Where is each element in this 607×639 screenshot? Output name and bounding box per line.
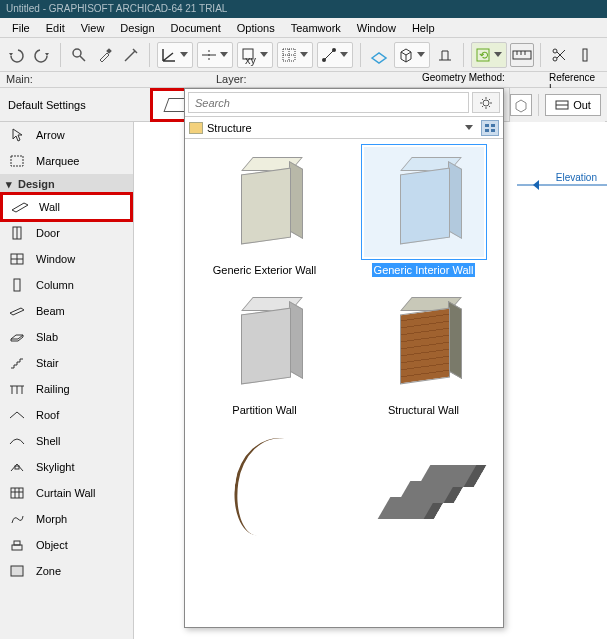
tool-door[interactable]: Door: [0, 220, 133, 246]
gear-icon: [479, 96, 493, 110]
cube-dropdown[interactable]: [394, 42, 430, 68]
svg-line-1: [80, 56, 85, 61]
tool-stair[interactable]: Stair: [0, 350, 133, 376]
menu-help[interactable]: Help: [404, 20, 443, 36]
tool-shell[interactable]: Shell: [0, 428, 133, 454]
favorites-popup: Structure Generic Exterior Wall Generic …: [184, 88, 504, 628]
menu-design[interactable]: Design: [112, 20, 162, 36]
view-mode-button[interactable]: [481, 120, 499, 136]
plane-icon[interactable]: [367, 43, 391, 67]
svg-rect-38: [11, 488, 23, 498]
wall-icon: [11, 200, 29, 214]
column-icon: [8, 278, 26, 292]
svg-line-11: [324, 50, 334, 60]
menu-document[interactable]: Document: [163, 20, 229, 36]
menu-options[interactable]: Options: [229, 20, 283, 36]
chevron-down-icon: [465, 125, 473, 130]
door-icon: [8, 226, 26, 240]
svg-line-21: [557, 52, 565, 60]
tool-marquee[interactable]: Marquee: [0, 148, 133, 174]
tool-railing[interactable]: Railing: [0, 376, 133, 402]
syringe-icon[interactable]: [119, 43, 143, 67]
svg-rect-48: [491, 124, 495, 127]
roof-icon: [8, 408, 26, 422]
zone-icon: [8, 564, 26, 578]
window-icon: [8, 252, 26, 266]
svg-line-22: [557, 50, 565, 58]
menu-edit[interactable]: Edit: [38, 20, 73, 36]
favorites-search-input[interactable]: [188, 92, 469, 113]
svg-text:⟲: ⟲: [479, 49, 488, 61]
menu-window[interactable]: Window: [349, 20, 404, 36]
reference-line-controls: Out: [509, 88, 605, 122]
tool-window[interactable]: Window: [0, 246, 133, 272]
outline-button[interactable]: Out: [545, 94, 601, 116]
main-toolbar: xy ⟲: [0, 38, 607, 72]
favorite-partition-wall[interactable]: Partition Wall: [190, 287, 340, 417]
label-geometry: Geometry Method:: [422, 72, 505, 83]
favorite-block-wall[interactable]: [349, 427, 499, 555]
tool-arrow[interactable]: Arrow: [0, 122, 133, 148]
svg-text:xy: xy: [245, 54, 257, 66]
elevation-icon[interactable]: [433, 43, 457, 67]
offset-dropdown[interactable]: [197, 42, 233, 68]
svg-rect-44: [11, 566, 23, 576]
favorite-structural-wall[interactable]: Structural Wall: [349, 287, 499, 417]
svg-rect-37: [15, 466, 19, 469]
undo-icon[interactable]: [4, 43, 28, 67]
3d-preview-icon[interactable]: [510, 94, 532, 116]
tool-skylight[interactable]: Skylight: [0, 454, 133, 480]
svg-rect-43: [14, 541, 20, 545]
menubar: File Edit View Design Document Options T…: [0, 18, 607, 38]
favorites-folder-dropdown[interactable]: Structure: [185, 117, 503, 139]
arrow-icon: [8, 128, 26, 142]
default-settings-button[interactable]: Default Settings: [0, 99, 150, 111]
angle-dropdown[interactable]: [157, 42, 193, 68]
snap-dropdown[interactable]: [317, 42, 353, 68]
info-labels-row: Main: Layer:: [0, 72, 607, 88]
stair-icon: [8, 356, 26, 370]
tool-roof[interactable]: Roof: [0, 402, 133, 428]
morph-icon: [8, 512, 26, 526]
menu-teamwork[interactable]: Teamwork: [283, 20, 349, 36]
label-layer: Layer:: [210, 72, 410, 87]
trim-icon[interactable]: [573, 43, 597, 67]
window-titlebar: Untitled - GRAPHISOFT ARCHICAD-64 21 TRI…: [0, 0, 607, 18]
chevron-down-icon: ▾: [6, 178, 12, 191]
shell-icon: [8, 434, 26, 448]
tool-curtain-wall[interactable]: Curtain Wall: [0, 480, 133, 506]
tool-zone[interactable]: Zone: [0, 558, 133, 584]
tool-wall[interactable]: Wall: [0, 192, 133, 222]
svg-point-19: [553, 49, 557, 53]
folder-icon: [189, 122, 203, 134]
tool-column[interactable]: Column: [0, 272, 133, 298]
svg-rect-49: [485, 129, 489, 132]
tool-object[interactable]: Object: [0, 532, 133, 558]
svg-rect-32: [14, 279, 20, 291]
dimension-dropdown[interactable]: xy: [237, 42, 273, 68]
outline-label: Out: [573, 99, 591, 111]
grid-dropdown[interactable]: [277, 42, 313, 68]
ruler-icon[interactable]: [510, 43, 534, 67]
svg-point-0: [73, 49, 81, 57]
toolbox-section-design[interactable]: ▾ Design: [0, 174, 133, 194]
folder-name: Structure: [207, 122, 461, 134]
slab-icon: [8, 330, 26, 344]
menu-file[interactable]: File: [4, 20, 38, 36]
tool-morph[interactable]: Morph: [0, 506, 133, 532]
tool-slab[interactable]: Slab: [0, 324, 133, 350]
favorite-generic-interior-wall[interactable]: Generic Interior Wall: [349, 147, 499, 277]
favorite-generic-exterior-wall[interactable]: Generic Exterior Wall: [190, 147, 340, 277]
find-select-icon[interactable]: [67, 43, 91, 67]
svg-rect-23: [583, 49, 587, 61]
favorites-settings-button[interactable]: [472, 92, 500, 113]
toolbox-panel: Arrow Marquee ▾ Design Wall Door Window …: [0, 122, 134, 639]
skylight-icon: [8, 460, 26, 474]
favorite-curved-wall[interactable]: [190, 427, 340, 555]
tool-beam[interactable]: Beam: [0, 298, 133, 324]
redo-icon[interactable]: [30, 43, 54, 67]
suspend-dropdown[interactable]: ⟲: [471, 42, 507, 68]
eyedropper-icon[interactable]: [93, 43, 117, 67]
menu-view[interactable]: View: [73, 20, 113, 36]
scissors-icon[interactable]: [547, 43, 571, 67]
